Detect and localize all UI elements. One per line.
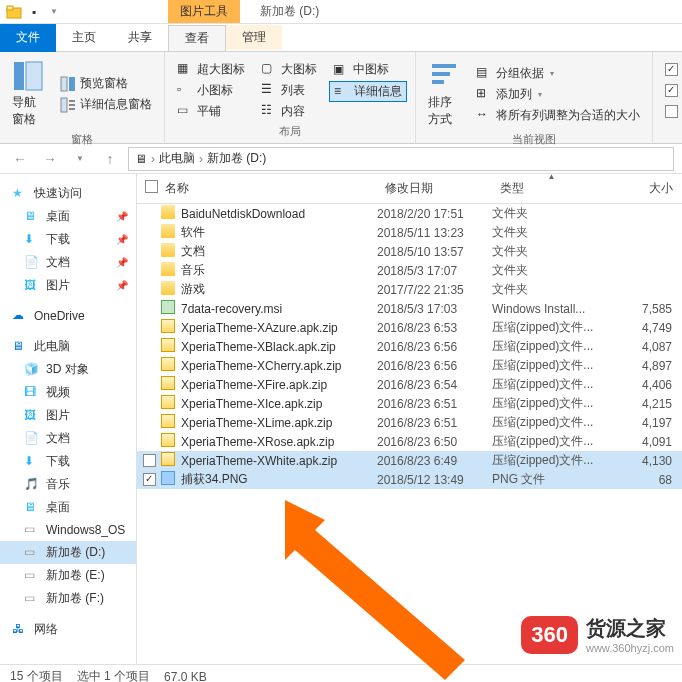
file-date: 2016/8/23 6:49 bbox=[377, 454, 492, 468]
sidebar-onedrive[interactable]: ☁OneDrive bbox=[0, 305, 136, 327]
group-label-layout: 布局 bbox=[173, 124, 407, 139]
sm-icons-button[interactable]: ▫小图标 bbox=[173, 81, 249, 100]
sidebar-drive-e[interactable]: ▭新加卷 (E:) bbox=[0, 564, 136, 587]
titlebar: ▪ ▼ 图片工具 新加卷 (D:) bbox=[0, 0, 682, 24]
file-type: 文件夹 bbox=[492, 205, 612, 222]
tab-home[interactable]: 主页 bbox=[56, 25, 112, 50]
sidebar-pictures[interactable]: 🖼图片📌 bbox=[0, 274, 136, 297]
sort-label: 排序方式 bbox=[428, 94, 460, 128]
file-list[interactable]: BaiduNetdiskDownload2018/2/20 17:51文件夹软件… bbox=[137, 204, 682, 664]
tool-tab[interactable]: 图片工具 bbox=[168, 0, 240, 23]
table-row[interactable]: XperiaTheme-XLime.apk.zip2016/8/23 6:51压… bbox=[137, 413, 682, 432]
file-icon bbox=[161, 452, 181, 469]
sidebar-videos[interactable]: 🎞视频 bbox=[0, 381, 136, 404]
row-checkbox[interactable] bbox=[137, 454, 161, 467]
table-row[interactable]: XperiaTheme-XCherry.apk.zip2016/8/23 6:5… bbox=[137, 356, 682, 375]
preview-pane-button[interactable]: 预览窗格 bbox=[56, 74, 156, 93]
sort-button[interactable]: 排序方式 bbox=[424, 56, 464, 132]
sidebar-documents[interactable]: 📄文档📌 bbox=[0, 251, 136, 274]
sidebar-downloads2[interactable]: ⬇下载 bbox=[0, 450, 136, 473]
lg-icons-button[interactable]: ▢大图标 bbox=[257, 60, 321, 79]
document-icon: 📄 bbox=[24, 255, 40, 271]
sidebar-3dobjects[interactable]: 🧊3D 对象 bbox=[0, 358, 136, 381]
recent-dropdown[interactable]: ▼ bbox=[68, 147, 92, 171]
crumb-thispc[interactable]: 此电脑 bbox=[159, 150, 195, 167]
list-button[interactable]: ☰列表 bbox=[257, 81, 321, 100]
sidebar-documents2[interactable]: 📄文档 bbox=[0, 427, 136, 450]
fitcols-button[interactable]: ↔将所有列调整为合适的大小 bbox=[472, 106, 644, 125]
table-row[interactable]: 7data-recovery.msi2018/5/3 17:03Windows … bbox=[137, 299, 682, 318]
table-row[interactable]: XperiaTheme-XIce.apk.zip2016/8/23 6:51压缩… bbox=[137, 394, 682, 413]
sidebar-pictures2[interactable]: 🖼图片 bbox=[0, 404, 136, 427]
hidden-items-toggle[interactable]: 隐藏的项 bbox=[661, 102, 682, 121]
table-row[interactable]: XperiaTheme-XAzure.apk.zip2016/8/23 6:53… bbox=[137, 318, 682, 337]
row-checkbox[interactable] bbox=[137, 473, 161, 486]
md-icons-button[interactable]: ▣中图标 bbox=[329, 60, 407, 79]
table-row[interactable]: XperiaTheme-XBlack.apk.zip2016/8/23 6:56… bbox=[137, 337, 682, 356]
table-row[interactable]: 游戏2017/7/22 21:35文件夹 bbox=[137, 280, 682, 299]
file-type: 文件夹 bbox=[492, 262, 612, 279]
table-row[interactable]: XperiaTheme-XRose.apk.zip2016/8/23 6:50压… bbox=[137, 432, 682, 451]
header-date[interactable]: 修改日期 bbox=[377, 178, 492, 199]
xl-icons-button[interactable]: ▦超大图标 bbox=[173, 60, 249, 79]
addcols-button[interactable]: ⊞添加列▾ bbox=[472, 85, 644, 104]
ribbon-group-current-view: 排序方式 ▤分组依据▾ ⊞添加列▾ ↔将所有列调整为合适的大小 当前视图 bbox=[416, 52, 653, 143]
tab-view[interactable]: 查看 bbox=[168, 25, 226, 51]
file-type: 压缩(zipped)文件... bbox=[492, 319, 612, 336]
table-row[interactable]: 音乐2018/5/3 17:07文件夹 bbox=[137, 261, 682, 280]
breadcrumb[interactable]: 🖥 › 此电脑 › 新加卷 (D:) bbox=[128, 147, 674, 171]
file-type: 文件夹 bbox=[492, 243, 612, 260]
sidebar[interactable]: ★快速访问 🖥桌面📌 ⬇下载📌 📄文档📌 🖼图片📌 ☁OneDrive 🖥此电脑… bbox=[0, 174, 137, 664]
header-checkbox[interactable] bbox=[137, 178, 161, 199]
file-icon bbox=[161, 433, 181, 450]
checkbox-icon bbox=[665, 84, 678, 97]
file-ext-toggle[interactable]: 文件扩展 bbox=[661, 81, 682, 100]
sidebar-network[interactable]: 🖧网络 bbox=[0, 618, 136, 641]
sidebar-drive-f[interactable]: ▭新加卷 (F:) bbox=[0, 587, 136, 610]
groupby-button[interactable]: ▤分组依据▾ bbox=[472, 64, 644, 83]
table-row[interactable]: XperiaTheme-XFire.apk.zip2016/8/23 6:54压… bbox=[137, 375, 682, 394]
sidebar-drive-d[interactable]: ▭新加卷 (D:) bbox=[0, 541, 136, 564]
header-name[interactable]: 名称 bbox=[161, 178, 377, 199]
table-row[interactable]: 软件2018/5/11 13:23文件夹 bbox=[137, 223, 682, 242]
table-row[interactable]: XperiaTheme-XWhite.apk.zip2016/8/23 6:49… bbox=[137, 451, 682, 470]
picture-icon: 🖼 bbox=[24, 278, 40, 294]
file-name: XperiaTheme-XWhite.apk.zip bbox=[181, 454, 377, 468]
svg-rect-7 bbox=[69, 100, 75, 102]
layout-icon: ≡ bbox=[334, 84, 350, 100]
sidebar-downloads[interactable]: ⬇下载📌 bbox=[0, 228, 136, 251]
file-icon bbox=[161, 395, 181, 412]
forward-button[interactable]: → bbox=[38, 147, 62, 171]
pin-icon: 📌 bbox=[116, 211, 128, 222]
file-date: 2017/7/22 21:35 bbox=[377, 283, 492, 297]
qat-item[interactable]: ▪ bbox=[26, 4, 42, 20]
sidebar-quick-access[interactable]: ★快速访问 bbox=[0, 182, 136, 205]
table-row[interactable]: 文档2018/5/10 13:57文件夹 bbox=[137, 242, 682, 261]
content-button[interactable]: ☷内容 bbox=[257, 102, 321, 121]
up-button[interactable]: ↑ bbox=[98, 147, 122, 171]
sidebar-desktop2[interactable]: 🖥桌面 bbox=[0, 496, 136, 519]
sidebar-win8os[interactable]: ▭Windows8_OS bbox=[0, 519, 136, 541]
sidebar-music[interactable]: 🎵音乐 bbox=[0, 473, 136, 496]
table-row[interactable]: 捕获34.PNG2018/5/12 13:49PNG 文件68 bbox=[137, 470, 682, 489]
pin-icon: 📌 bbox=[116, 257, 128, 268]
tab-manage[interactable]: 管理 bbox=[226, 25, 282, 50]
tab-file[interactable]: 文件 bbox=[0, 24, 56, 52]
details-view-button[interactable]: ≡详细信息 bbox=[329, 81, 407, 102]
nav-pane-button[interactable]: 导航窗格 bbox=[8, 56, 48, 132]
header-type[interactable]: ▲类型 bbox=[492, 178, 612, 199]
sidebar-desktop[interactable]: 🖥桌面📌 bbox=[0, 205, 136, 228]
qat-dropdown-icon[interactable]: ▼ bbox=[46, 4, 62, 20]
sidebar-thispc[interactable]: 🖥此电脑 bbox=[0, 335, 136, 358]
details-pane-button[interactable]: 详细信息窗格 bbox=[56, 95, 156, 114]
item-checkboxes-toggle[interactable]: 项目复选 bbox=[661, 60, 682, 79]
header-size[interactable]: 大小 bbox=[612, 178, 682, 199]
main-area: ★快速访问 🖥桌面📌 ⬇下载📌 📄文档📌 🖼图片📌 ☁OneDrive 🖥此电脑… bbox=[0, 174, 682, 664]
file-icon bbox=[161, 319, 181, 336]
table-row[interactable]: BaiduNetdiskDownload2018/2/20 17:51文件夹 bbox=[137, 204, 682, 223]
crumb-drive[interactable]: 新加卷 (D:) bbox=[207, 150, 266, 167]
tiles-button[interactable]: ▭平铺 bbox=[173, 102, 249, 121]
nav-pane-label: 导航窗格 bbox=[12, 94, 44, 128]
back-button[interactable]: ← bbox=[8, 147, 32, 171]
tab-share[interactable]: 共享 bbox=[112, 25, 168, 50]
